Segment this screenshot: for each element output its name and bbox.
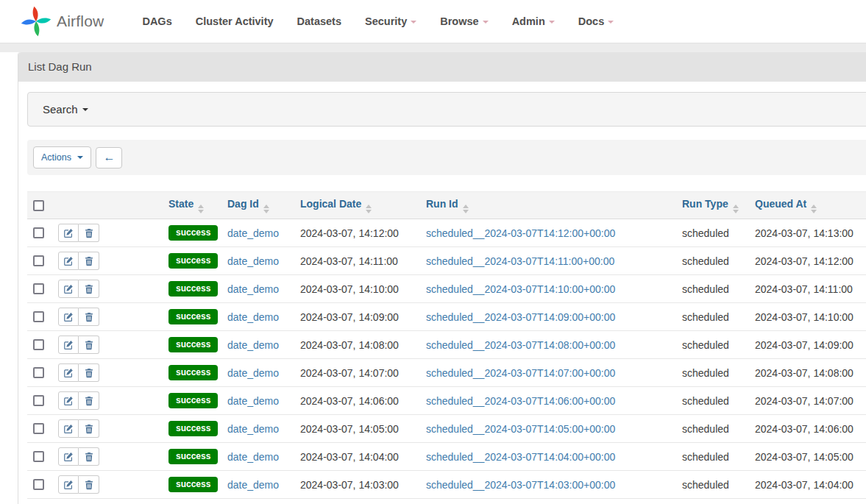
delete-record-button[interactable] (79, 280, 99, 298)
dag-id-link[interactable]: date_demo (227, 423, 279, 435)
dag-id-link[interactable]: date_demo (227, 451, 279, 463)
edit-record-button[interactable] (58, 475, 79, 494)
delete-record-button[interactable] (79, 363, 99, 382)
edit-record-button[interactable] (58, 419, 79, 438)
run-id-link[interactable]: scheduled__2024-03-07T14:08:00+00:00 (426, 339, 615, 351)
state-badge: success (168, 281, 218, 297)
row-checkbox[interactable] (33, 283, 44, 294)
run-id-link[interactable]: scheduled__2024-03-07T14:11:00+00:00 (426, 255, 614, 267)
row-checkbox[interactable] (33, 479, 44, 490)
run-id-link[interactable]: scheduled__2024-03-07T14:09:00+00:00 (426, 311, 615, 323)
row-actions (58, 280, 99, 298)
chevron-down-icon (483, 21, 489, 24)
sort-header-run-id[interactable]: Run Id (426, 198, 458, 210)
sort-header-logical-date[interactable]: Logical Date (300, 198, 361, 210)
edit-record-button[interactable] (58, 224, 79, 242)
airflow-brand[interactable]: Airflow (21, 6, 104, 37)
edit-record-button[interactable] (58, 391, 79, 410)
logical-date-cell: 2024-03-07, 14:07:00 (294, 359, 420, 387)
nav-item-dags[interactable]: DAGs (130, 8, 183, 35)
chevron-down-icon (608, 21, 614, 24)
dag-run-table-body: success date_demo 2024-03-07, 14:12:00 s… (27, 219, 866, 499)
select-all-checkbox[interactable] (33, 200, 44, 211)
row-checkbox[interactable] (33, 395, 44, 406)
row-checkbox[interactable] (33, 423, 44, 434)
run-id-link[interactable]: scheduled__2024-03-07T14:12:00+00:00 (426, 227, 615, 239)
row-checkbox[interactable] (33, 367, 44, 378)
edit-record-button[interactable] (58, 280, 79, 298)
delete-record-button[interactable] (79, 447, 99, 466)
nav-item-docs[interactable]: Docs (567, 8, 625, 35)
run-id-link[interactable]: scheduled__2024-03-07T14:07:00+00:00 (426, 367, 615, 379)
sort-header-queued-at[interactable]: Queued At (755, 198, 806, 210)
logical-date-cell: 2024-03-07, 14:11:00 (294, 247, 420, 275)
actions-column-header (52, 192, 163, 219)
nav-item-security[interactable]: Security (353, 8, 428, 35)
delete-record-button[interactable] (79, 308, 99, 326)
nav-item-datasets[interactable]: Datasets (285, 8, 353, 35)
run-type-cell: scheduled (676, 443, 749, 471)
search-dropdown[interactable]: Search (27, 92, 866, 127)
left-arrow-icon: ← (103, 151, 115, 163)
sort-arrows-icon[interactable] (733, 205, 739, 213)
run-id-link[interactable]: scheduled__2024-03-07T14:06:00+00:00 (426, 395, 615, 407)
dag-id-link[interactable]: date_demo (227, 339, 279, 351)
dag-id-link[interactable]: date_demo (227, 395, 279, 407)
edit-record-button[interactable] (58, 447, 79, 466)
edit-pencil-square-icon (63, 368, 74, 378)
dag-id-link[interactable]: date_demo (227, 255, 279, 267)
sort-header-run-type[interactable]: Run Type (682, 198, 728, 210)
sort-arrows-icon[interactable] (198, 205, 204, 213)
edit-record-button[interactable] (58, 252, 79, 270)
nav-item-browse[interactable]: Browse (428, 8, 500, 35)
sort-arrows-icon[interactable] (811, 205, 817, 213)
nav-item-admin[interactable]: Admin (500, 8, 567, 35)
delete-record-button[interactable] (79, 252, 99, 270)
row-checkbox[interactable] (33, 451, 44, 462)
row-actions (58, 224, 99, 242)
dag-id-link[interactable]: date_demo (227, 311, 279, 323)
logical-date-cell: 2024-03-07, 14:12:00 (294, 219, 420, 247)
dag-id-link[interactable]: date_demo (227, 283, 279, 295)
sort-arrows-icon[interactable] (463, 205, 469, 213)
trash-icon (84, 340, 94, 350)
edit-record-button[interactable] (58, 336, 79, 354)
delete-record-button[interactable] (79, 475, 99, 494)
row-checkbox[interactable] (33, 339, 44, 350)
run-type-cell: scheduled (676, 331, 749, 359)
panel-body: Search Actions ← (18, 82, 866, 504)
queued-at-cell: 2024-03-07, 14:08:00 (749, 359, 866, 387)
run-id-link[interactable]: scheduled__2024-03-07T14:05:00+00:00 (426, 423, 615, 435)
run-id-link[interactable]: scheduled__2024-03-07T14:04:00+00:00 (426, 451, 615, 463)
row-checkbox[interactable] (33, 227, 44, 238)
dag-id-link[interactable]: date_demo (227, 227, 279, 239)
dag-id-link[interactable]: date_demo (227, 479, 279, 491)
row-checkbox[interactable] (33, 255, 44, 266)
run-id-link[interactable]: scheduled__2024-03-07T14:10:00+00:00 (426, 283, 615, 295)
edit-pencil-square-icon (63, 284, 74, 294)
edit-pencil-square-icon (63, 312, 74, 322)
row-actions (58, 252, 99, 270)
list-dag-run-panel: List Dag Run Search Actions ← (18, 52, 866, 504)
queued-at-cell: 2024-03-07, 14:07:00 (749, 387, 866, 415)
run-id-link[interactable]: scheduled__2024-03-07T14:03:00+00:00 (426, 479, 615, 491)
delete-record-button[interactable] (79, 419, 99, 438)
sort-arrows-icon[interactable] (366, 205, 372, 213)
chevron-down-icon (77, 156, 83, 159)
delete-record-button[interactable] (79, 391, 99, 410)
edit-record-button[interactable] (58, 363, 79, 382)
actions-dropdown-button[interactable]: Actions (33, 146, 91, 169)
sort-header-dag-id[interactable]: Dag Id (227, 198, 259, 210)
delete-record-button[interactable] (79, 336, 99, 354)
row-checkbox[interactable] (33, 311, 44, 322)
delete-record-button[interactable] (79, 224, 99, 242)
sort-arrows-icon[interactable] (263, 205, 269, 213)
table-row: success date_demo 2024-03-07, 14:05:00 s… (27, 415, 866, 443)
logical-date-cell: 2024-03-07, 14:06:00 (294, 387, 420, 415)
back-button[interactable]: ← (96, 147, 122, 168)
edit-record-button[interactable] (58, 308, 79, 326)
sort-header-state[interactable]: State (168, 198, 194, 210)
dag-id-link[interactable]: date_demo (227, 367, 279, 379)
nav-item-cluster-activity[interactable]: Cluster Activity (184, 8, 285, 35)
row-actions (58, 419, 99, 438)
